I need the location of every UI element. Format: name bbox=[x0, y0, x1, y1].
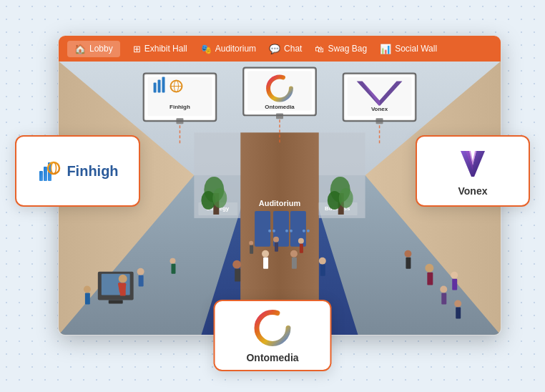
svg-point-23 bbox=[272, 230, 275, 232]
svg-rect-100 bbox=[250, 245, 253, 254]
svg-rect-70 bbox=[109, 300, 123, 304]
svg-rect-80 bbox=[263, 258, 268, 269]
svg-rect-98 bbox=[85, 293, 90, 305]
finhigh-card-name: Finhigh bbox=[67, 163, 118, 180]
social-icon: 📊 bbox=[380, 44, 391, 54]
svg-rect-92 bbox=[171, 264, 175, 274]
svg-point-81 bbox=[290, 250, 298, 258]
svg-rect-82 bbox=[292, 258, 297, 269]
swag-icon: 🛍 bbox=[315, 44, 324, 54]
svg-rect-1 bbox=[44, 167, 47, 181]
swag-label: Swag Bag bbox=[328, 44, 367, 54]
nav-chat[interactable]: 💬 Chat bbox=[269, 44, 302, 54]
auditorium-nav-icon: 🎭 bbox=[200, 44, 212, 54]
svg-rect-42 bbox=[148, 77, 212, 117]
svg-point-89 bbox=[404, 250, 411, 258]
svg-rect-84 bbox=[320, 265, 325, 276]
svg-rect-63 bbox=[276, 113, 283, 119]
svg-text:Ontomedia: Ontomedia bbox=[265, 104, 295, 110]
svg-rect-45 bbox=[162, 77, 165, 93]
svg-text:Auditorium: Auditorium bbox=[259, 199, 301, 207]
svg-rect-90 bbox=[406, 258, 411, 269]
svg-point-85 bbox=[425, 264, 433, 273]
svg-point-40 bbox=[339, 188, 353, 208]
social-label: Social Wall bbox=[395, 44, 437, 54]
nav-bar: 🏠 Lobby ⊞ Exhibit Hall 🎭 Auditorium 💬 Ch… bbox=[59, 36, 501, 62]
auditorium-label: Auditorium bbox=[215, 44, 256, 54]
svg-point-101 bbox=[440, 286, 447, 293]
chat-label: Chat bbox=[284, 44, 302, 54]
main-container: Finhigh Vonex bbox=[29, 21, 516, 371]
svg-rect-0 bbox=[39, 171, 43, 181]
svg-point-99 bbox=[249, 241, 253, 245]
svg-rect-102 bbox=[441, 293, 446, 305]
exhibit-icon: ⊞ bbox=[133, 44, 141, 54]
svg-rect-43 bbox=[154, 83, 157, 93]
svg-point-26 bbox=[303, 230, 305, 232]
home-icon: 🏠 bbox=[74, 44, 86, 54]
chat-icon: 💬 bbox=[269, 44, 280, 54]
svg-rect-78 bbox=[235, 269, 240, 282]
svg-point-24 bbox=[285, 230, 288, 232]
svg-point-103 bbox=[454, 300, 461, 308]
svg-point-83 bbox=[319, 258, 326, 265]
svg-rect-96 bbox=[300, 244, 303, 253]
ontomedia-card-name: Ontomedia bbox=[246, 352, 298, 363]
svg-point-79 bbox=[262, 250, 269, 258]
brand-card-vonex[interactable]: Vonex bbox=[416, 135, 530, 207]
lobby-label: Lobby bbox=[89, 44, 113, 54]
svg-point-71 bbox=[119, 275, 127, 283]
svg-rect-76 bbox=[139, 275, 144, 287]
nav-auditorium[interactable]: 🎭 Auditorium bbox=[200, 44, 256, 54]
svg-rect-19 bbox=[255, 211, 270, 247]
svg-rect-44 bbox=[158, 80, 161, 93]
svg-point-95 bbox=[298, 238, 304, 244]
nav-swag-bag[interactable]: 🛍 Swag Bag bbox=[315, 44, 367, 54]
svg-text:Finhigh: Finhigh bbox=[170, 104, 190, 110]
exhibit-label: Exhibit Hall bbox=[144, 44, 187, 54]
svg-point-22 bbox=[268, 230, 271, 232]
nav-social-wall[interactable]: 📊 Social Wall bbox=[380, 44, 437, 54]
nav-exhibit-hall[interactable]: ⊞ Exhibit Hall bbox=[133, 44, 187, 54]
svg-point-36 bbox=[212, 188, 227, 208]
brand-card-finhigh[interactable]: Finhigh bbox=[15, 135, 140, 207]
vonex-logo-icon bbox=[455, 145, 491, 181]
svg-point-75 bbox=[137, 268, 144, 275]
svg-rect-86 bbox=[427, 273, 433, 285]
svg-rect-94 bbox=[275, 242, 278, 252]
svg-rect-104 bbox=[456, 308, 461, 319]
svg-point-27 bbox=[307, 230, 310, 232]
ontomedia-logo-icon bbox=[253, 308, 293, 348]
svg-rect-88 bbox=[452, 279, 457, 290]
nav-lobby[interactable]: 🏠 Lobby bbox=[67, 41, 120, 57]
svg-text:Vonex: Vonex bbox=[371, 107, 388, 113]
vonex-card-name: Vonex bbox=[458, 185, 488, 197]
svg-point-9 bbox=[257, 312, 288, 343]
svg-point-91 bbox=[170, 258, 175, 264]
svg-point-77 bbox=[232, 260, 241, 269]
brand-card-ontomedia[interactable]: Ontomedia bbox=[214, 300, 332, 371]
svg-point-25 bbox=[290, 230, 293, 232]
svg-point-97 bbox=[84, 286, 91, 293]
finhigh-logo-icon bbox=[36, 158, 62, 184]
svg-point-93 bbox=[273, 237, 279, 242]
svg-point-87 bbox=[451, 272, 458, 279]
